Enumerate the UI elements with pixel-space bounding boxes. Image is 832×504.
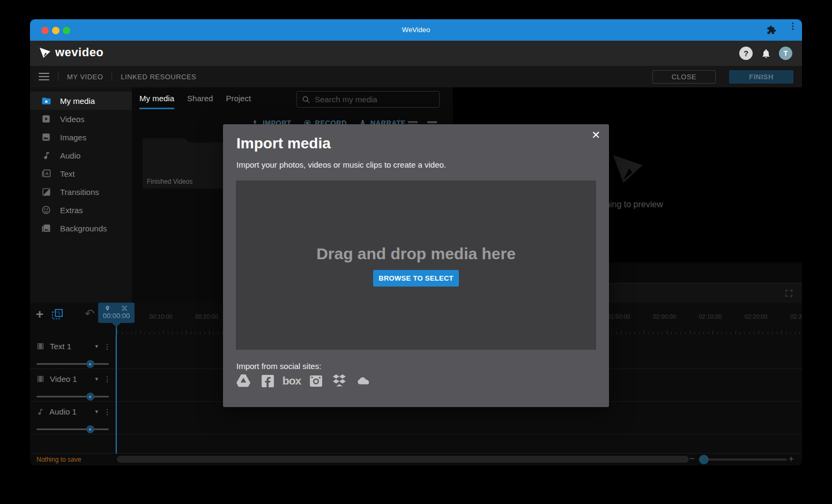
modal-subtitle: Import your photos, videos or music clip… bbox=[236, 160, 446, 169]
sidebar-item-label: Images bbox=[60, 133, 86, 142]
box-icon[interactable]: box bbox=[285, 374, 299, 388]
sidebar-item-label: My media bbox=[60, 96, 95, 106]
speaker-icon bbox=[88, 362, 93, 366]
drag-drop-zone[interactable]: Drag and drop media here BROWSE TO SELEC… bbox=[236, 180, 596, 350]
nav-item-linked-resources[interactable]: LINKED RESOURCES bbox=[121, 73, 196, 81]
chevron-down-icon[interactable]: ▾ bbox=[95, 408, 98, 415]
search-box bbox=[296, 91, 440, 108]
sidebar-item-label: Transitions bbox=[60, 187, 99, 197]
ruler-label: 02:00:00 bbox=[645, 313, 683, 320]
wevideo-logo: wevideo bbox=[39, 46, 103, 59]
track-menu-icon[interactable]: ⋮ bbox=[103, 408, 111, 416]
speaker-icon bbox=[88, 427, 93, 432]
onedrive-icon[interactable] bbox=[357, 374, 371, 388]
filmstrip-icon bbox=[36, 342, 44, 350]
media-tabs: My media Shared Project bbox=[139, 94, 251, 109]
social-icons-row: box bbox=[236, 374, 371, 388]
playhead-time: 00:00:00 bbox=[98, 312, 135, 320]
avatar[interactable]: T bbox=[779, 47, 792, 60]
hamburger-menu-icon[interactable] bbox=[39, 73, 49, 80]
track-label: Text 1 bbox=[50, 342, 71, 351]
horizontal-scrollbar[interactable] bbox=[117, 456, 689, 463]
notifications-bell-icon[interactable] bbox=[759, 47, 772, 60]
svg-text:A: A bbox=[46, 171, 49, 176]
sidebar-item-images[interactable]: Images bbox=[30, 128, 132, 146]
image-icon bbox=[41, 132, 51, 142]
search-icon bbox=[302, 95, 310, 104]
social-sites-label: Import from social sites: bbox=[236, 362, 321, 371]
nav-divider bbox=[112, 72, 112, 81]
ruler-label: 02:20:00 bbox=[737, 313, 775, 320]
window-title: WeVideo bbox=[30, 26, 802, 34]
filmstrip-icon bbox=[36, 375, 44, 383]
ruler-label: 00:20:00 bbox=[188, 313, 225, 320]
track-header-video1: Video 1 ▾ ⋮ bbox=[30, 369, 116, 401]
google-drive-icon[interactable] bbox=[236, 374, 250, 388]
wevideo-watermark-icon bbox=[610, 151, 645, 186]
dropzone-text: Drag and drop media here bbox=[236, 245, 596, 263]
search-input[interactable] bbox=[315, 95, 434, 104]
marker-pin-icon[interactable] bbox=[105, 305, 110, 312]
chevron-down-icon[interactable]: ▾ bbox=[95, 375, 98, 382]
modal-title: Import media bbox=[236, 135, 331, 152]
music-note-icon bbox=[41, 150, 51, 161]
zoom-slider[interactable] bbox=[699, 458, 787, 461]
video-icon bbox=[41, 114, 51, 124]
sidebar: My media Videos Images Audio bbox=[30, 87, 132, 303]
tab-my-media[interactable]: My media bbox=[139, 94, 174, 109]
sidebar-item-audio[interactable]: Audio bbox=[30, 146, 132, 164]
app-header: wevideo ? T bbox=[30, 41, 802, 66]
zoom-slider-handle[interactable] bbox=[699, 455, 709, 464]
browser-menu-icon[interactable]: ⋮ bbox=[789, 24, 797, 28]
fullscreen-icon[interactable] bbox=[784, 289, 793, 298]
chevron-down-icon[interactable]: ▾ bbox=[95, 343, 98, 350]
track-label: Audio 1 bbox=[49, 407, 77, 416]
playhead-bubble[interactable]: 00:00:00 bbox=[98, 303, 135, 323]
close-icon[interactable]: ✕ bbox=[591, 129, 600, 141]
sidebar-item-backgrounds[interactable]: Backgrounds bbox=[30, 219, 132, 237]
tab-shared[interactable]: Shared bbox=[187, 94, 213, 109]
sidebar-item-text[interactable]: A Text bbox=[30, 164, 132, 183]
tab-project[interactable]: Project bbox=[226, 94, 251, 109]
track-menu-icon[interactable]: ⋮ bbox=[103, 375, 111, 383]
sidebar-item-label: Text bbox=[60, 169, 75, 178]
facebook-icon[interactable] bbox=[261, 374, 274, 388]
speaker-icon bbox=[88, 395, 93, 399]
scissors-icon[interactable] bbox=[121, 305, 128, 312]
sidebar-item-transitions[interactable]: Transitions bbox=[30, 183, 132, 201]
sidebar-item-videos[interactable]: Videos bbox=[30, 110, 132, 128]
dropbox-icon[interactable] bbox=[333, 374, 347, 388]
sidebar-item-extras[interactable]: Extras bbox=[30, 201, 132, 219]
zoom-in-icon[interactable]: + bbox=[789, 454, 794, 464]
volume-slider[interactable] bbox=[36, 393, 109, 400]
extensions-icon[interactable] bbox=[767, 25, 776, 37]
ruler-label: 02:30:00 bbox=[783, 313, 802, 320]
ruler-label: 00:10:00 bbox=[142, 313, 180, 320]
sidebar-item-my-media[interactable]: My media bbox=[30, 92, 132, 110]
smiley-icon bbox=[41, 205, 51, 215]
nav-bar: MY VIDEO LINKED RESOURCES CLOSE FINISH bbox=[30, 66, 802, 87]
folder-label: Finished Videos bbox=[147, 178, 192, 185]
sidebar-item-label: Audio bbox=[60, 151, 80, 160]
background-icon bbox=[41, 223, 51, 234]
ruler-label: 02:10:00 bbox=[692, 313, 729, 320]
track-header-empty bbox=[30, 434, 116, 453]
volume-slider[interactable] bbox=[36, 360, 109, 367]
close-project-button[interactable]: CLOSE bbox=[652, 70, 716, 84]
browse-to-select-button[interactable]: BROWSE TO SELECT bbox=[373, 270, 459, 287]
wevideo-logo-icon bbox=[39, 46, 51, 59]
finish-button[interactable]: FINISH bbox=[729, 70, 793, 84]
volume-handle[interactable] bbox=[86, 360, 94, 368]
instagram-icon[interactable] bbox=[309, 374, 323, 388]
volume-handle[interactable] bbox=[86, 425, 94, 433]
zoom-out-icon[interactable]: − bbox=[689, 454, 695, 464]
help-icon[interactable]: ? bbox=[739, 47, 753, 60]
nav-item-my-video[interactable]: MY VIDEO bbox=[67, 73, 103, 81]
save-status: Nothing to save bbox=[36, 456, 81, 463]
sidebar-item-label: Backgrounds bbox=[60, 224, 107, 233]
text-icon: A bbox=[41, 168, 51, 179]
volume-handle[interactable] bbox=[86, 393, 94, 401]
volume-slider[interactable] bbox=[36, 425, 109, 433]
track-menu-icon[interactable]: ⋮ bbox=[103, 342, 111, 351]
playhead-line[interactable] bbox=[116, 323, 117, 454]
